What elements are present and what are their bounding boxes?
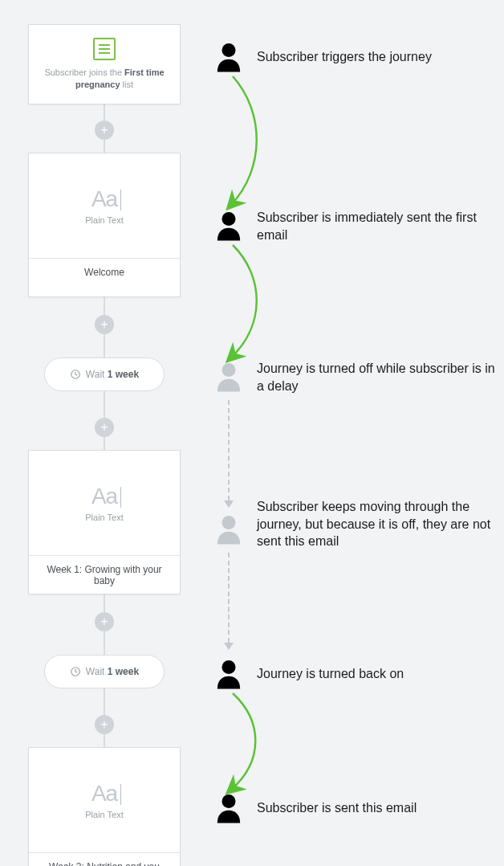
person-icon — [215, 659, 242, 689]
trigger-card[interactable]: Subscriber joins the First time pregnanc… — [28, 24, 181, 104]
wait-pill-1[interactable]: Wait 1 week — [44, 357, 165, 391]
person-icon-inactive — [215, 362, 242, 392]
curved-arrow-icon — [201, 689, 265, 798]
dashed-connector — [228, 400, 230, 500]
annotation-text: Journey is turned back on — [257, 665, 496, 683]
add-step-button[interactable]: + — [95, 715, 114, 734]
annotation-text: Subscriber triggers the journey — [257, 48, 496, 66]
add-step-button[interactable]: + — [95, 315, 114, 334]
email-type-label: Plain Text — [85, 513, 124, 522]
email-card-2[interactable]: Aa Plain Text Week 1: Growing with your … — [28, 450, 181, 594]
email-title: Welcome — [29, 258, 180, 286]
curved-arrow-icon — [201, 72, 265, 213]
email-title: Week 2: Nutrition and you — [29, 852, 180, 866]
add-step-button[interactable]: + — [95, 121, 114, 140]
add-step-button[interactable]: + — [95, 612, 114, 631]
svg-point-5 — [222, 516, 236, 529]
plaintext-icon: Aa — [91, 186, 117, 212]
annotation-text: Journey is turned off while subscriber i… — [257, 360, 496, 394]
clock-icon — [70, 666, 81, 677]
person-icon — [215, 42, 242, 72]
dashed-arrowhead-icon — [224, 500, 234, 508]
email-title: Week 1: Growing with your baby — [29, 555, 180, 594]
svg-point-7 — [222, 795, 236, 808]
svg-point-3 — [222, 212, 236, 226]
add-step-button[interactable]: + — [95, 418, 114, 437]
annotation-text: Subscriber is sent this email — [257, 799, 496, 817]
list-icon — [93, 38, 116, 60]
email-type-label: Plain Text — [85, 810, 124, 819]
trigger-text: Subscriber joins the First time pregnanc… — [37, 67, 172, 92]
email-type-label: Plain Text — [85, 215, 124, 225]
wait-pill-2[interactable]: Wait 1 week — [44, 655, 165, 688]
annotation-text: Subscriber is immediately sent the first… — [257, 209, 496, 243]
dashed-arrowhead-icon — [224, 643, 234, 650]
annotation-column: Subscriber triggers the journey Subscrib… — [209, 0, 504, 866]
curved-arrow-icon — [201, 241, 265, 366]
person-icon-inactive — [215, 514, 242, 545]
svg-point-2 — [222, 43, 236, 57]
svg-point-6 — [222, 660, 236, 674]
annotation-text: Subscriber keeps moving through the jour… — [257, 498, 496, 550]
svg-point-4 — [222, 363, 236, 377]
dashed-connector — [228, 553, 230, 643]
person-icon — [215, 210, 242, 241]
plaintext-icon: Aa — [91, 781, 117, 807]
email-card-3[interactable]: Aa Plain Text Week 2: Nutrition and you — [28, 747, 181, 866]
journey-flow-column: Subscriber joins the First time pregnanc… — [0, 0, 209, 866]
email-card-1[interactable]: Aa Plain Text Welcome — [28, 153, 181, 297]
clock-icon — [70, 369, 81, 380]
plaintext-icon: Aa — [91, 484, 117, 509]
person-icon — [215, 793, 242, 823]
